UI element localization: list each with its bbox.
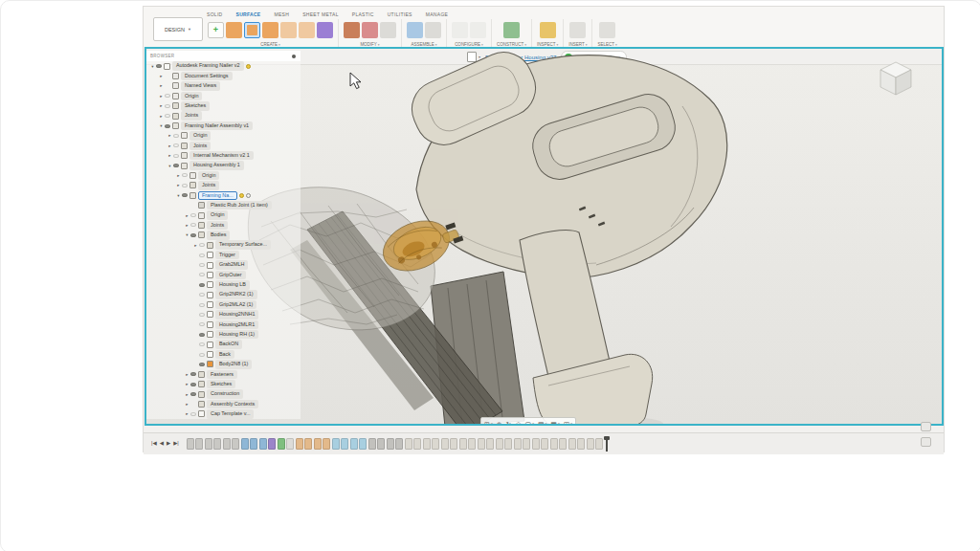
tree-row-sketches[interactable]: ▸Sketches [145,380,301,389]
tab-sheet-metal[interactable]: SHEET METAL [302,11,339,17]
joint-feature-icon[interactable] [478,438,485,450]
visibility-eye-icon[interactable] [199,243,205,247]
group-label-insert[interactable]: INSERT [568,42,587,47]
boundary-fill-feature-icon[interactable] [278,438,285,450]
visibility-eye-icon[interactable] [173,164,179,167]
display-settings-icon[interactable]: ▤▾ [538,421,546,424]
joint-feature-icon[interactable] [441,438,449,450]
tab-mesh[interactable]: MESH [275,11,290,17]
tree-row-named-views[interactable]: ▸Named Views [145,81,301,91]
tree-row-document-settings[interactable]: ▸Document Settings [145,71,301,80]
viewports-icon[interactable]: ◫▾ [564,421,572,424]
tree-row-housing-rh-1[interactable]: Housing RH (1) [145,330,301,340]
sketch-feature-icon[interactable] [187,438,194,450]
expand-arrow-icon[interactable]: ▸ [158,103,165,108]
group-label-modify[interactable]: MODIFY [360,42,379,47]
press-pull-icon[interactable] [344,22,360,38]
visibility-eye-icon[interactable] [165,114,170,118]
visibility-eye-icon[interactable] [199,353,205,357]
tab-solid[interactable]: SOLID [207,11,223,17]
visibility-eye-icon[interactable] [182,184,188,187]
tree-row-housing-lb[interactable]: Housing LB [145,280,301,290]
tree-row-cap-template-v[interactable]: ▸Cap Template v... [145,409,301,419]
tree-row-selected-framing-na[interactable]: ▾Framing Na... [145,190,301,200]
tree-row-body2n8-1[interactable]: Body2N8 (1) [145,360,301,369]
component-feature-icon[interactable] [250,438,257,450]
tree-row-joints[interactable]: ▸Joints [145,141,301,150]
modify-misc-icon[interactable] [380,22,396,38]
tab-plastic[interactable]: PLASTIC [352,11,374,17]
joint-feature-icon[interactable] [532,438,540,450]
expand-arrow-icon[interactable]: ▸ [175,173,182,178]
visibility-eye-icon[interactable] [190,223,196,227]
component-feature-icon[interactable] [259,438,267,450]
tree-row-grip2mla2-1[interactable]: Grip2MLA2 (1) [145,299,301,309]
expand-arrow-icon[interactable]: ▸ [158,83,165,88]
surface-feature-icon[interactable] [350,438,358,450]
sketch-feature-icon[interactable] [205,438,212,450]
visibility-eye-icon[interactable] [199,342,205,346]
expand-arrow-icon[interactable]: ▸ [184,213,190,218]
construct-plane-icon[interactable] [503,22,520,38]
expand-arrow-icon[interactable]: ▾ [175,193,182,198]
tree-row-bodies[interactable]: ▾Bodies [145,231,301,240]
visibility-eye-icon[interactable] [199,322,205,326]
joint-feature-icon[interactable] [405,438,412,450]
visibility-eye-icon[interactable] [199,253,205,257]
timeline-step-back-button[interactable]: ◀ [160,441,164,447]
tree-row-gripouter[interactable]: GripOuter [145,270,301,279]
visibility-eye-icon[interactable] [182,193,188,197]
group-label-inspect[interactable]: INSPECT [537,42,558,47]
tree-row-joints[interactable]: ▸Joints [145,181,301,190]
fit-icon[interactable]: ▢▾ [525,421,534,424]
expand-arrow-icon[interactable]: ▾ [149,64,156,69]
visibility-eye-icon[interactable] [173,154,179,158]
move-feature-icon[interactable] [377,438,385,450]
browser-options-icon[interactable] [292,55,296,58]
component-feature-icon[interactable] [241,438,249,450]
tree-row-origin[interactable]: ▸Origin [145,131,301,141]
tree-row-origin[interactable]: ▸Origin [145,170,301,180]
move-feature-icon[interactable] [387,438,394,450]
visibility-eye-icon[interactable] [173,143,179,147]
joint-feature-icon[interactable] [577,438,585,450]
joint-feature-icon[interactable] [587,438,594,450]
surface-feature-icon[interactable] [341,438,348,450]
form-feature-icon[interactable] [268,438,276,450]
visibility-eye-icon[interactable] [173,134,179,138]
joint-feature-icon[interactable] [423,438,431,450]
tab-manage[interactable]: MANAGE [426,11,448,17]
misc-feature-icon[interactable] [286,438,294,450]
visibility-eye-icon[interactable] [190,383,196,386]
expand-arrow-icon[interactable]: ▾ [184,232,190,237]
group-label-construct[interactable]: CONSTRUCT [497,42,526,47]
tree-row-back[interactable]: Back [145,349,301,359]
visibility-eye-icon[interactable] [199,333,205,337]
orbit-icon[interactable]: ↻ [506,421,512,424]
visibility-eye-icon[interactable] [182,173,188,177]
tree-row-origin[interactable]: ▸Origin [145,210,301,220]
configure-icon-1[interactable] [452,22,468,38]
timeline-playhead[interactable] [606,437,608,452]
surface-feature-icon[interactable] [359,438,367,450]
configure-icon-2[interactable] [470,22,486,38]
joint-feature-icon[interactable] [504,438,512,450]
expand-arrow-icon[interactable]: ▸ [167,153,173,158]
joint-icon[interactable] [425,22,441,38]
tree-row-housing2mlr1[interactable]: Housing2MLR1 [145,320,301,329]
joint-feature-icon[interactable] [459,438,467,450]
visibility-eye-icon[interactable] [190,392,196,396]
expand-arrow-icon[interactable]: ▸ [184,411,190,416]
tree-row-origin[interactable]: ▸Origin [145,91,301,100]
joint-feature-icon[interactable] [550,438,558,450]
joint-feature-icon[interactable] [595,438,603,450]
joint-feature-icon[interactable] [413,438,421,450]
view-cube[interactable] [871,56,921,110]
joint-feature-icon[interactable] [486,438,494,450]
joint-feature-icon[interactable] [496,438,503,450]
expand-arrow-icon[interactable]: ▸ [175,183,182,187]
expand-arrow-icon[interactable]: ▾ [167,164,173,168]
visibility-eye-icon[interactable] [190,372,196,376]
tab-surface[interactable]: SURFACE [236,11,261,17]
expand-arrow-icon[interactable]: ▸ [192,243,199,248]
